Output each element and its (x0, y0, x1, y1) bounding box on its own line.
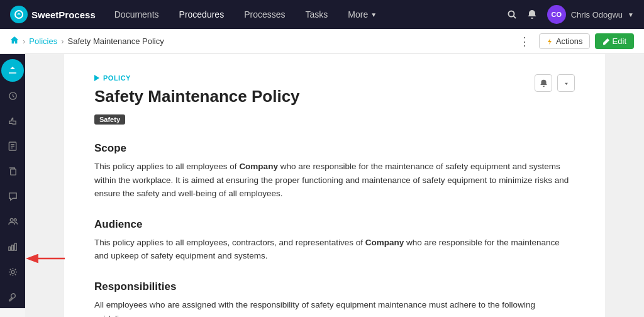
svg-point-15 (11, 270, 14, 274)
arrow-annotation (24, 249, 68, 270)
svg-point-11 (14, 218, 16, 221)
user-name: Chris Odogwu (571, 10, 623, 19)
download-icon-button[interactable] (557, 74, 575, 92)
sidebar-icon-document[interactable] (1, 135, 24, 157)
sidebar-icon-upload[interactable] (1, 59, 24, 82)
main-content: POLICY Safety Maintenance Policy Safety … (25, 54, 644, 317)
audience-title: Audience (94, 218, 575, 231)
policy-arrow-icon (94, 75, 99, 81)
kebab-menu-button[interactable]: ⋮ (515, 33, 534, 50)
section-audience: Audience This policy applies to all empl… (94, 218, 575, 263)
content-area: POLICY Safety Maintenance Policy Safety … (64, 54, 605, 317)
breadcrumb-actions: ⋮ Actions Edit (515, 33, 634, 50)
sidebar-icon-settings[interactable] (1, 260, 24, 283)
lightning-icon (546, 38, 553, 45)
logo-text: SweetProcess (31, 9, 96, 20)
edit-icon (602, 38, 610, 45)
svg-rect-13 (11, 245, 13, 250)
breadcrumb-bar: › Policies › Safety Maintenance Policy ⋮… (0, 29, 644, 54)
nav-more[interactable]: More ▼ (339, 0, 386, 29)
svg-point-1 (508, 11, 514, 17)
app-logo[interactable]: SweetProcess (10, 6, 96, 23)
svg-line-2 (513, 16, 516, 19)
logo-icon (10, 6, 28, 23)
search-icon[interactable] (507, 9, 517, 19)
user-chevron-icon: ▼ (628, 11, 634, 18)
responsibilities-intro: All employees who are assigned with the … (94, 298, 575, 317)
policy-tag[interactable]: Safety (94, 114, 125, 125)
breadcrumb-separator: › (23, 36, 25, 46)
breadcrumb-current: Safety Maintenance Policy (67, 36, 164, 46)
actions-button[interactable]: Actions (539, 33, 590, 49)
policy-action-icons (535, 74, 575, 92)
home-icon[interactable] (10, 36, 19, 47)
sidebar-icon-clock[interactable] (1, 84, 24, 107)
scope-title: Scope (94, 142, 575, 155)
user-menu[interactable]: CO Chris Odogwu ▼ (547, 5, 634, 24)
nav-documents[interactable]: Documents (106, 0, 168, 29)
sidebar-icon-tool[interactable] (1, 286, 24, 308)
sidebar-icon-chart[interactable] (1, 235, 24, 258)
svg-rect-12 (8, 247, 10, 250)
user-avatar: CO (547, 5, 566, 24)
notifications-icon[interactable] (527, 9, 537, 19)
bell-icon-button[interactable] (535, 74, 552, 92)
breadcrumb-separator-2: › (61, 36, 64, 46)
sidebar (0, 54, 25, 308)
svg-rect-14 (14, 243, 16, 250)
sidebar-icon-copy[interactable] (1, 160, 24, 182)
nav-processes[interactable]: Processes (235, 0, 294, 29)
edit-button[interactable]: Edit (595, 33, 634, 49)
svg-rect-9 (10, 169, 15, 174)
audience-text: This policy applies to all employees, co… (94, 236, 575, 263)
chevron-down-icon: ▼ (370, 11, 377, 18)
top-navigation: SweetProcess Documents Procedures Proces… (0, 0, 644, 29)
breadcrumb: › Policies › Safety Maintenance Policy (10, 36, 515, 47)
sidebar-icon-chat[interactable] (1, 185, 24, 208)
sidebar-icon-users[interactable] (1, 210, 24, 233)
sidebar-icon-thumb[interactable] (1, 109, 24, 132)
main-layout: POLICY Safety Maintenance Policy Safety … (0, 54, 644, 317)
policy-type-label: POLICY (94, 74, 575, 82)
svg-marker-3 (548, 38, 552, 45)
nav-right-icons: CO Chris Odogwu ▼ (507, 5, 634, 24)
nav-tasks[interactable]: Tasks (297, 0, 337, 29)
section-scope: Scope This policy applies to all employe… (94, 142, 575, 201)
nav-procedures[interactable]: Procedures (170, 0, 233, 29)
breadcrumb-policies[interactable]: Policies (29, 36, 57, 46)
section-responsibilities: Responsibilities All employees who are a… (94, 281, 575, 317)
policy-title: Safety Maintenance Policy (94, 87, 575, 106)
svg-point-10 (10, 218, 13, 221)
responsibilities-title: Responsibilities (94, 281, 575, 293)
scope-text: This policy applies to all employees of … (94, 160, 575, 201)
